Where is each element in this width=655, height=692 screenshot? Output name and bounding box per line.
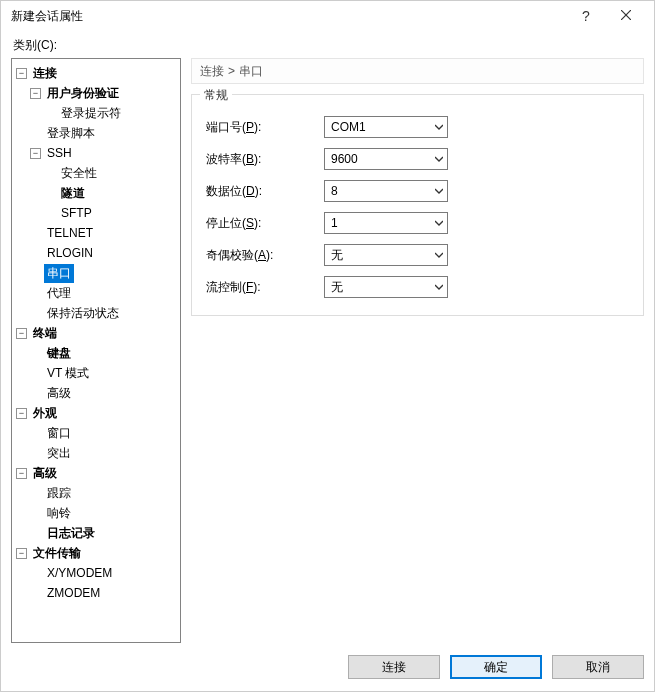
titlebar: 新建会话属性 ?: [1, 1, 654, 31]
tree-item-security[interactable]: 安全性: [44, 163, 178, 183]
baud-select[interactable]: 9600: [324, 148, 448, 170]
tree-item-terminal[interactable]: − 终端: [16, 323, 178, 343]
breadcrumb-root: 连接: [200, 63, 224, 80]
tree-item-appearance[interactable]: − 外观: [16, 403, 178, 423]
chevron-down-icon: [435, 280, 443, 294]
collapse-icon[interactable]: −: [16, 408, 27, 419]
parity-select[interactable]: 无: [324, 244, 448, 266]
tree-item-tunnel[interactable]: 隧道: [44, 183, 178, 203]
tree-item-zmodem[interactable]: ZMODEM: [30, 583, 178, 603]
tree-item-proxy[interactable]: 代理: [30, 283, 178, 303]
chevron-down-icon: [435, 184, 443, 198]
stopbits-label: 停止位(S):: [204, 215, 324, 232]
tree-item-logging[interactable]: 日志记录: [30, 523, 178, 543]
flow-value: 无: [331, 279, 343, 296]
general-group: 常规 端口号(P): COM1 波特率(B): 9600: [191, 94, 644, 316]
collapse-icon[interactable]: −: [30, 88, 41, 99]
tree-item-xymodem[interactable]: X/YMODEM: [30, 563, 178, 583]
dialog-footer: 连接 确定 取消: [1, 643, 654, 691]
tree-item-filetransfer[interactable]: − 文件传输: [16, 543, 178, 563]
tree-item-trace[interactable]: 跟踪: [30, 483, 178, 503]
category-label: 类别(C):: [11, 31, 644, 58]
group-legend: 常规: [200, 87, 232, 104]
tree-item-terminal-advanced[interactable]: 高级: [30, 383, 178, 403]
stopbits-value: 1: [331, 216, 338, 230]
tree-item-vtmode[interactable]: VT 模式: [30, 363, 178, 383]
port-label: 端口号(P):: [204, 119, 324, 136]
flow-label: 流控制(F):: [204, 279, 324, 296]
collapse-icon[interactable]: −: [16, 328, 27, 339]
tree-item-window[interactable]: 窗口: [30, 423, 178, 443]
tree-item-serial[interactable]: 串口: [30, 263, 178, 283]
ok-button[interactable]: 确定: [450, 655, 542, 679]
collapse-icon[interactable]: −: [16, 468, 27, 479]
tree-item-rlogin[interactable]: RLOGIN: [30, 243, 178, 263]
collapse-icon[interactable]: −: [30, 148, 41, 159]
tree-item-highlight[interactable]: 突出: [30, 443, 178, 463]
tree-item-ssh[interactable]: − SSH: [30, 143, 178, 163]
collapse-icon[interactable]: −: [16, 548, 27, 559]
category-tree[interactable]: − 连接 − 用户身份验证 登录提示符: [11, 58, 181, 643]
baud-value: 9600: [331, 152, 358, 166]
close-button[interactable]: [606, 1, 646, 31]
tree-item-auth[interactable]: − 用户身份验证: [30, 83, 178, 103]
baud-label: 波特率(B):: [204, 151, 324, 168]
chevron-down-icon: [435, 216, 443, 230]
tree-item-login-prompt[interactable]: 登录提示符: [44, 103, 178, 123]
port-value: COM1: [331, 120, 366, 134]
tree-item-sftp[interactable]: SFTP: [44, 203, 178, 223]
window-title: 新建会话属性: [9, 8, 566, 25]
tree-item-keyboard[interactable]: 键盘: [30, 343, 178, 363]
settings-panel: 连接 > 串口 常规 端口号(P): COM1 波特率(B):: [191, 58, 644, 643]
parity-label: 奇偶校验(A):: [204, 247, 324, 264]
chevron-down-icon: [435, 120, 443, 134]
chevron-down-icon: [435, 152, 443, 166]
tree-item-telnet[interactable]: TELNET: [30, 223, 178, 243]
breadcrumb-separator: >: [228, 64, 235, 78]
databits-label: 数据位(D):: [204, 183, 324, 200]
collapse-icon[interactable]: −: [16, 68, 27, 79]
breadcrumb: 连接 > 串口: [191, 58, 644, 84]
tree-item-bell[interactable]: 响铃: [30, 503, 178, 523]
databits-select[interactable]: 8: [324, 180, 448, 202]
tree-item-keepalive[interactable]: 保持活动状态: [30, 303, 178, 323]
content-area: 类别(C): − 连接 −: [1, 31, 654, 643]
chevron-down-icon: [435, 248, 443, 262]
help-icon: ?: [582, 8, 590, 24]
dialog-window: 新建会话属性 ? 类别(C): − 连接: [0, 0, 655, 692]
help-button[interactable]: ?: [566, 1, 606, 31]
stopbits-select[interactable]: 1: [324, 212, 448, 234]
tree-item-advanced[interactable]: − 高级: [16, 463, 178, 483]
databits-value: 8: [331, 184, 338, 198]
connect-button[interactable]: 连接: [348, 655, 440, 679]
flow-select[interactable]: 无: [324, 276, 448, 298]
tree-item-login-script[interactable]: 登录脚本: [30, 123, 178, 143]
cancel-button[interactable]: 取消: [552, 655, 644, 679]
close-icon: [621, 9, 631, 23]
main-row: − 连接 − 用户身份验证 登录提示符: [11, 58, 644, 643]
parity-value: 无: [331, 247, 343, 264]
port-select[interactable]: COM1: [324, 116, 448, 138]
breadcrumb-leaf: 串口: [239, 63, 263, 80]
tree-item-connection[interactable]: − 连接: [16, 63, 178, 83]
